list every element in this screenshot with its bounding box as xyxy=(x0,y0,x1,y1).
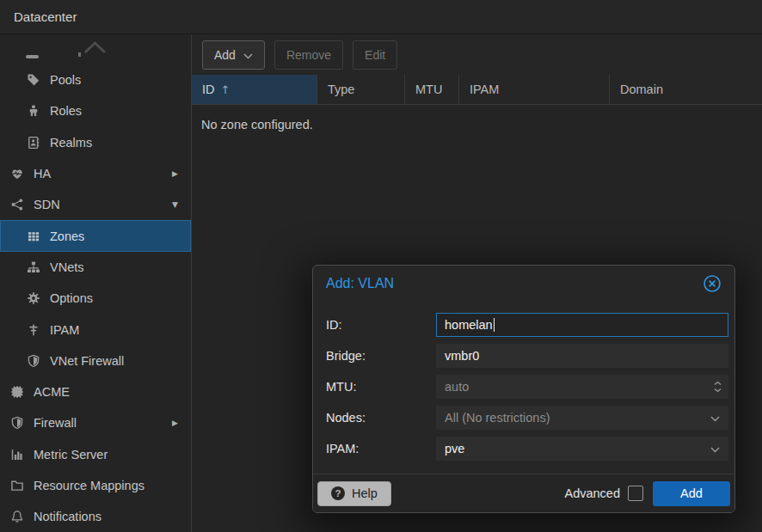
sidebar-item-metric-server[interactable]: Metric Server xyxy=(0,439,191,470)
nodes-field-label: Nodes: xyxy=(326,411,436,425)
edit-button-label: Edit xyxy=(365,48,385,62)
remove-button[interactable]: Remove xyxy=(274,40,343,70)
column-header-domain[interactable]: Domain xyxy=(610,75,762,104)
sidebar-item-pools[interactable]: Pools xyxy=(0,64,191,95)
sidebar-item-ipam[interactable]: IPAM xyxy=(0,314,191,345)
ipam-select-value: pve xyxy=(445,442,464,456)
sidebar-item-label: HA xyxy=(34,167,51,180)
column-label: IPAM xyxy=(470,83,499,96)
dialog-body: ID: homelan Bridge: vmbr0 MTU: auto xyxy=(313,302,734,461)
folder-icon xyxy=(9,479,26,492)
sidebar-item-notifications[interactable]: Notifications xyxy=(0,501,191,532)
bridge-input-value: vmbr0 xyxy=(445,349,479,363)
nodes-placeholder-value: All (No restrictions) xyxy=(445,411,550,425)
ipam-select[interactable]: pve xyxy=(436,437,728,461)
bridge-input[interactable]: vmbr0 xyxy=(436,344,728,368)
mtu-field-label: MTU: xyxy=(326,380,436,394)
nodes-select[interactable]: All (No restrictions) xyxy=(436,406,728,430)
chevron-down-icon xyxy=(710,442,720,456)
spinner-buttons xyxy=(714,382,722,393)
sidebar-item-label: IPAM xyxy=(50,323,79,337)
dialog-header[interactable]: Add: VLAN xyxy=(313,266,734,302)
spinner-down-icon[interactable] xyxy=(714,388,722,393)
chevron-down-icon xyxy=(710,411,720,425)
sort-ascending-icon: ↑ xyxy=(221,83,230,96)
bell-icon xyxy=(9,510,26,523)
field-row-mtu: MTU: auto xyxy=(326,375,728,399)
bridge-field-label: Bridge: xyxy=(326,349,436,363)
column-label: Type xyxy=(328,83,354,96)
column-label: MTU xyxy=(415,83,442,96)
close-icon[interactable] xyxy=(703,274,722,293)
column-label: Domain xyxy=(620,83,663,96)
sidebar-item-realms[interactable]: Realms xyxy=(0,127,191,158)
network-icon xyxy=(9,198,26,211)
chevron-down-icon xyxy=(243,48,253,62)
chevron-right-icon: ▶ xyxy=(172,169,178,178)
shield-icon xyxy=(9,416,26,430)
add-button-label: Add xyxy=(214,48,236,62)
sidebar-item-label: VNet Firewall xyxy=(50,354,124,368)
spinner-up-icon[interactable] xyxy=(714,382,722,386)
advanced-label: Advanced xyxy=(565,486,621,500)
field-row-nodes: Nodes: All (No restrictions) xyxy=(326,406,728,430)
partial-icon xyxy=(26,55,39,58)
sidebar-item-firewall[interactable]: Firewall ▶ xyxy=(0,407,191,438)
submit-add-label: Add xyxy=(680,486,703,500)
bar-chart-icon xyxy=(9,448,26,462)
sidebar-item-label: Resource Mappings xyxy=(34,479,144,492)
sidebar-item-sdn[interactable]: SDN ▼ xyxy=(0,189,191,220)
dialog-title: Add: VLAN xyxy=(326,276,394,291)
column-header-mtu[interactable]: MTU xyxy=(405,75,459,104)
id-input[interactable]: homelan xyxy=(436,313,728,337)
advanced-checkbox[interactable] xyxy=(628,486,643,501)
dialog-footer: ? Help Advanced Add xyxy=(313,474,734,512)
sidebar-item-label: Pools xyxy=(50,73,81,87)
sidebar-item-zones[interactable]: Zones xyxy=(0,220,191,251)
column-header-ipam[interactable]: IPAM xyxy=(459,75,610,104)
mtu-spinner[interactable]: auto xyxy=(436,375,728,399)
sidebar-item-label: Options xyxy=(50,291,93,305)
sidebar-item-label: ACME xyxy=(34,385,70,399)
gear-icon xyxy=(25,291,42,305)
zones-table-header: ID ↑ Type MTU IPAM Domain xyxy=(192,75,762,105)
page-title: Datacenter xyxy=(14,9,77,24)
sidebar-item-label: SDN xyxy=(34,198,60,211)
column-header-id[interactable]: ID ↑ xyxy=(192,75,317,104)
edit-button[interactable]: Edit xyxy=(353,40,397,70)
mtu-placeholder-value: auto xyxy=(445,380,469,394)
sidebar-item-label: VNets xyxy=(50,260,84,274)
sidebar-item-partial[interactable] xyxy=(0,34,191,64)
user-icon xyxy=(25,104,42,118)
sidebar-item-roles[interactable]: Roles xyxy=(0,95,191,126)
chevron-right-icon: ▶ xyxy=(172,419,178,427)
column-header-type[interactable]: Type xyxy=(317,75,405,104)
sidebar-item-label: Metric Server xyxy=(34,448,108,462)
sidebar-item-vnet-firewall[interactable]: VNet Firewall xyxy=(0,345,191,376)
sidebar-tree: Pools Roles Realms HA ▶ SDN xyxy=(0,34,192,532)
ipam-field-label: IPAM: xyxy=(326,442,436,456)
field-row-bridge: Bridge: vmbr0 xyxy=(326,344,728,368)
sidebar-item-ha[interactable]: HA ▶ xyxy=(0,158,191,189)
field-row-ipam: IPAM: pve xyxy=(326,437,728,461)
sidebar-item-options[interactable]: Options xyxy=(0,283,191,314)
zones-toolbar: Add Remove Edit xyxy=(192,34,762,75)
ipam-icon xyxy=(25,323,42,337)
heartbeat-icon xyxy=(9,167,26,180)
id-input-value: homelan xyxy=(445,318,493,332)
sidebar-item-label: Realms xyxy=(50,136,92,150)
sidebar-item-label: Zones xyxy=(50,229,84,243)
sidebar-item-vnets[interactable]: VNets xyxy=(0,252,191,283)
chevron-up-icon xyxy=(83,40,107,57)
sidebar-item-acme[interactable]: ACME xyxy=(0,376,191,407)
chevron-down-icon: ▼ xyxy=(172,200,178,209)
submit-add-button[interactable]: Add xyxy=(653,481,730,506)
sidebar-item-resource-mappings[interactable]: Resource Mappings xyxy=(0,470,191,501)
sidebar-item-label: Firewall xyxy=(34,416,77,430)
help-button[interactable]: ? Help xyxy=(317,481,391,506)
partial-text-fragment xyxy=(78,52,81,57)
sitemap-icon xyxy=(25,260,42,274)
add-button[interactable]: Add xyxy=(202,40,265,70)
empty-table-message: No zone configured. xyxy=(192,105,762,144)
add-vlan-dialog: Add: VLAN ID: homelan Bridge: vmbr0 MTU: xyxy=(312,265,735,513)
